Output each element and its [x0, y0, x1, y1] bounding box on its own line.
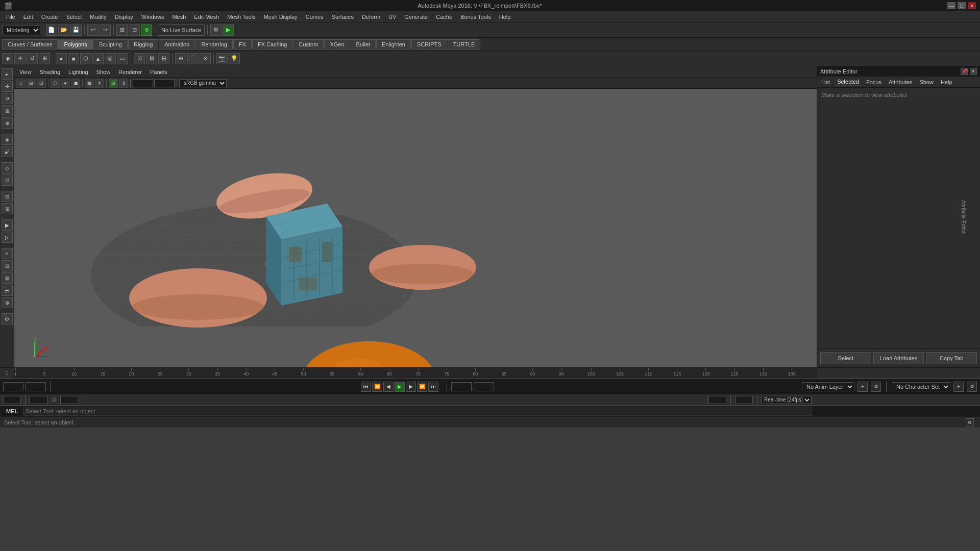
redo-btn[interactable]: ↪: [100, 24, 111, 36]
rotate-mode-btn[interactable]: ↺: [2, 93, 13, 104]
menubar-item-deform[interactable]: Deform: [358, 13, 384, 21]
menubar-item-select[interactable]: Select: [62, 13, 86, 21]
tab-rendering[interactable]: Rendering: [195, 39, 233, 49]
snap-grid-icon[interactable]: ⊕: [175, 53, 186, 64]
char-set-add-btn[interactable]: +: [953, 382, 964, 392]
mel-input[interactable]: [23, 407, 812, 416]
grid-view-btn[interactable]: ⊞: [2, 203, 13, 214]
frame-all-btn[interactable]: ⊞: [27, 79, 36, 88]
tab-sculpting[interactable]: Sculpting: [93, 39, 128, 49]
step-fwd-btn[interactable]: ⏩: [417, 382, 427, 392]
start-frame-input[interactable]: 1: [3, 382, 23, 391]
soft-select-btn[interactable]: ◈: [2, 134, 13, 145]
range-start-input[interactable]: 1: [26, 382, 46, 391]
layer-editor-btn[interactable]: ⊟: [2, 260, 13, 271]
rotate-tool-btn[interactable]: ↺: [27, 53, 38, 64]
heads-up-btn[interactable]: ℹ: [119, 79, 128, 88]
cylinder-btn[interactable]: ⬡: [80, 53, 91, 64]
checkbox-frame-input[interactable]: 1: [60, 396, 78, 404]
color-space-selector[interactable]: sRGB gamma: [179, 79, 227, 87]
cone-btn[interactable]: ▲: [92, 53, 104, 64]
attr-tab-show[interactable]: Show: [917, 78, 936, 86]
scale-tool-btn[interactable]: ⊞: [39, 53, 50, 64]
snap-point-icon[interactable]: ⊗: [200, 53, 211, 64]
move-mode-btn[interactable]: ✛: [2, 81, 13, 92]
snap-to-grid-btn[interactable]: ⊕: [141, 24, 152, 36]
save-scene-btn[interactable]: 💾: [70, 24, 82, 36]
attr-tab-list[interactable]: List: [819, 78, 832, 86]
attr-val-btn[interactable]: ⊡: [2, 174, 13, 186]
bevel-btn[interactable]: ⊠: [146, 53, 157, 64]
attr-select-btn[interactable]: Select: [820, 352, 871, 364]
attr-load-btn[interactable]: Load Attributes: [873, 352, 924, 364]
cube-btn[interactable]: ■: [68, 53, 79, 64]
tab-enlighten[interactable]: Enlighten: [376, 39, 411, 49]
menubar-item-cache[interactable]: Cache: [432, 13, 456, 21]
select-by-hierarchy-btn[interactable]: ⊞: [116, 24, 128, 36]
range-end-display[interactable]: 120: [708, 396, 726, 404]
next-frame-btn[interactable]: ▶: [406, 382, 416, 392]
node-editor-btn[interactable]: ⊕: [2, 297, 13, 308]
range-end-input[interactable]: 200: [474, 382, 494, 391]
attr-copy-tab-btn[interactable]: Copy Tab: [926, 352, 977, 364]
frame-input-2[interactable]: 1: [30, 396, 47, 404]
light-btn[interactable]: 💡: [229, 53, 240, 64]
end-frame-input[interactable]: 120: [451, 382, 472, 391]
lasso-btn[interactable]: ⊟: [129, 24, 140, 36]
attr-tab-help[interactable]: Help: [939, 78, 954, 86]
lighting-menu[interactable]: Lighting: [66, 69, 90, 75]
textured-cube[interactable]: [248, 198, 348, 321]
exposure-input[interactable]: 0.00: [133, 79, 153, 87]
playback-speed-selector[interactable]: Real-time [24fps]: [762, 396, 812, 404]
go-start-btn[interactable]: ⏮: [361, 382, 371, 392]
grid-vis-btn[interactable]: ⊟: [109, 79, 118, 88]
char-set-options-btn[interactable]: ⚙: [967, 382, 977, 392]
help-settings-btn[interactable]: ⚙: [966, 418, 974, 427]
menubar-item-edit-mesh[interactable]: Edit Mesh: [190, 13, 223, 21]
bridge-btn[interactable]: ⊟: [158, 53, 169, 64]
menubar-item-windows[interactable]: Windows: [137, 13, 168, 21]
menubar-item-file[interactable]: File: [2, 13, 19, 21]
menubar-item-uv[interactable]: UV: [384, 13, 400, 21]
timeline-ruler[interactable]: 1510152025303540455055606570758085909510…: [14, 368, 817, 379]
texture-btn[interactable]: ▦: [85, 79, 94, 88]
attr-panel-pin-btn[interactable]: 📌: [961, 68, 968, 75]
menubar-item-mesh[interactable]: Mesh: [168, 13, 190, 21]
tab-fx[interactable]: FX: [233, 39, 252, 49]
show-manip-btn[interactable]: ◇: [2, 162, 13, 173]
close-button[interactable]: ✕: [968, 2, 976, 9]
tab-turtle[interactable]: TURTLE: [448, 39, 481, 49]
frame-sel-btn[interactable]: ⊡: [37, 79, 46, 88]
attr-editor-btn[interactable]: ⊠: [2, 272, 13, 284]
menubar-item-surfaces[interactable]: Surfaces: [328, 13, 358, 21]
ellipse-bottom[interactable]: [300, 331, 438, 367]
shading-menu[interactable]: Shading: [38, 69, 62, 75]
sphere-btn[interactable]: ●: [56, 53, 67, 64]
menubar-item-generate[interactable]: Generate: [400, 13, 432, 21]
menubar-item-bonus-tools[interactable]: Bonus Tools: [456, 13, 495, 21]
mel-label[interactable]: MEL: [3, 408, 21, 414]
renderer-menu[interactable]: Renderer: [116, 69, 144, 75]
render-btn[interactable]: ▶: [2, 219, 13, 231]
tab-animation[interactable]: Animation: [159, 39, 195, 49]
new-scene-btn[interactable]: 📄: [46, 24, 57, 36]
scene-canvas[interactable]: 10 20 30: [14, 89, 817, 367]
select-mode-btn[interactable]: ▸: [2, 68, 13, 80]
view-menu[interactable]: View: [17, 69, 34, 75]
paint-sel-btn[interactable]: 🖌: [2, 146, 13, 157]
anim-layer-options-btn[interactable]: ⚙: [871, 382, 881, 392]
menubar-item-curves[interactable]: Curves: [302, 13, 328, 21]
snap-curve-icon[interactable]: ⌒: [187, 53, 199, 64]
gamma-input[interactable]: 1.00: [154, 79, 175, 87]
timeline-ruler-area[interactable]: 1 15101520253035404550556065707580859095…: [0, 367, 980, 379]
menubar-item-modify[interactable]: Modify: [86, 13, 110, 21]
universal-manip-btn[interactable]: ⊕: [2, 117, 13, 129]
anim-layer-add-btn[interactable]: +: [857, 382, 868, 392]
tab-fx-caching[interactable]: FX Caching: [252, 39, 292, 49]
move-tool-btn[interactable]: ✛: [14, 53, 26, 64]
maximize-button[interactable]: □: [958, 2, 966, 9]
camera-btn[interactable]: 📷: [216, 53, 228, 64]
tab-bullet[interactable]: Bullet: [351, 39, 376, 49]
camera-home-btn[interactable]: ⌂: [16, 79, 26, 88]
go-end-btn[interactable]: ⏭: [428, 382, 438, 392]
